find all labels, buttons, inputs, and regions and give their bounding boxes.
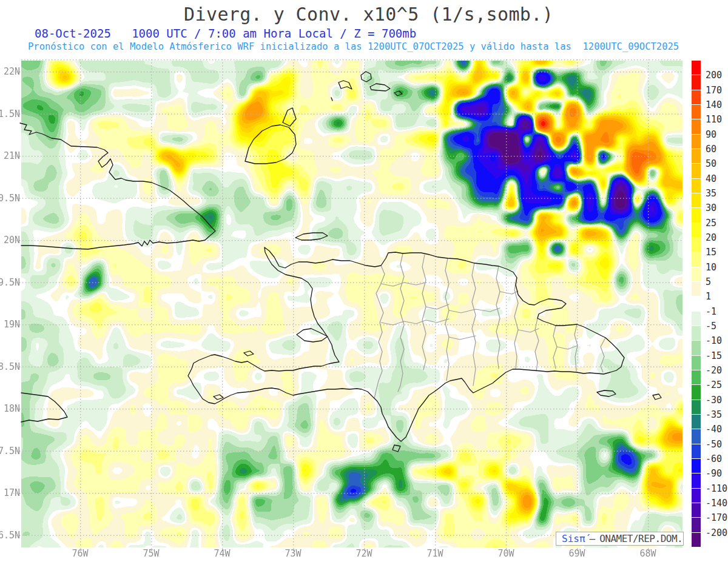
colorbar-cell	[692, 312, 701, 326]
colorbar-label: 140	[706, 99, 722, 110]
colorbar-cell	[692, 282, 701, 296]
colorbar-label: -200	[706, 527, 727, 538]
colorbar-label: 110	[706, 114, 722, 125]
sispi-logo: Sisπ́	[562, 533, 585, 544]
colorbar-label: 1	[706, 291, 711, 302]
colorbar-cell	[692, 119, 701, 133]
colorbar-label: -170	[706, 512, 727, 523]
colorbar-cell	[692, 252, 701, 266]
colorbar-cell	[692, 326, 701, 340]
y-axis-label: 6.5N	[0, 530, 20, 541]
colorbar-cell	[692, 400, 701, 414]
colorbar-cell	[692, 90, 701, 104]
colorbar-cell	[692, 193, 701, 207]
colorbar-cell	[692, 518, 701, 532]
colorbar-cell	[692, 179, 701, 193]
colorbar-label: -50	[706, 439, 722, 450]
colorbar-cell	[692, 208, 701, 222]
colorbar-cell	[692, 385, 701, 399]
colorbar-label: 20	[706, 232, 716, 243]
colorbar-label: 170	[706, 85, 722, 96]
colorbar-cell	[692, 415, 701, 429]
y-axis-label: 7.5N	[0, 446, 20, 457]
wrf-divergence-chart: Diverg. y Conv. x10^5 (1/s,somb.) 08-Oct…	[0, 0, 728, 562]
colorbar-label: -35	[706, 409, 722, 420]
attribution-separator: –	[590, 533, 596, 544]
y-axis-label: 1.5N	[0, 109, 20, 119]
colorbar-label: 30	[706, 202, 716, 213]
y-axis-label: 0.5N	[0, 193, 20, 204]
y-axis-label: 20N	[4, 235, 20, 246]
colorbar-cell	[692, 61, 701, 75]
colorbar-cell	[692, 135, 701, 149]
x-axis-label: 68W	[639, 548, 656, 559]
y-axis-label: 17N	[4, 487, 20, 498]
colorbar-label: -20	[706, 365, 722, 376]
colorbar-cell	[692, 296, 701, 310]
colorbar-cell	[692, 164, 701, 178]
x-axis-label: 74W	[214, 548, 230, 559]
y-axis-label: 22N	[4, 66, 20, 77]
colorbar-cell	[692, 444, 701, 458]
x-axis-label: 72W	[356, 548, 372, 559]
colorbar-label: 25	[706, 218, 716, 229]
colorbar-label: -5	[706, 321, 716, 332]
colorbar-cell	[692, 473, 701, 487]
colorbar-cell	[692, 503, 701, 517]
colorbar-label: 50	[706, 158, 716, 169]
colorbar-label: -25	[706, 380, 722, 390]
colorbar-label: 90	[706, 129, 716, 140]
page-title: Diverg. y Conv. x10^5 (1/s,somb.)	[184, 4, 553, 25]
colorbar-label: 200	[706, 70, 722, 81]
colorbar-label: -60	[706, 453, 722, 464]
colorbar-label: -40	[706, 424, 722, 435]
colorbar-label: -90	[706, 468, 722, 479]
attribution-source: ONAMET/REP.DOM.	[599, 533, 682, 544]
colorbar-label: -10	[706, 335, 722, 346]
model-info-subtitle: Pronóstico con el Modelo Atmósferico WRF…	[28, 41, 679, 52]
colorbar-label: -30	[706, 395, 722, 406]
colorbar-label: 10	[706, 262, 716, 273]
valid-datetime-subtitle: 08-Oct-2025 1000 UTC / 7:00 am Hora Loca…	[35, 27, 416, 40]
colorbar-label: -140	[706, 498, 727, 509]
colorbar-cell	[692, 267, 701, 281]
x-axis-label: 73W	[285, 548, 301, 559]
x-axis-label: 75W	[143, 548, 159, 559]
x-axis-label: 76W	[72, 548, 88, 559]
colorbar-cell	[692, 533, 701, 547]
colorbar-label: 15	[706, 247, 716, 258]
colorbar-label: -110	[706, 483, 727, 494]
x-axis-label: 70W	[497, 548, 514, 559]
y-axis-label: 8.5N	[0, 361, 20, 372]
colorbar-cell	[692, 370, 701, 384]
colorbar-cell	[692, 75, 701, 89]
colorbar-label: -1	[706, 306, 716, 317]
colorbar-label: 40	[706, 173, 716, 184]
y-axis-label: 9.5N	[0, 277, 20, 288]
y-axis-label: 21N	[4, 150, 20, 161]
colorbar-cell	[692, 429, 701, 443]
y-axis-label: 19N	[4, 319, 20, 330]
colorbar-cell	[692, 489, 701, 503]
colorbar-label: 5	[706, 276, 711, 287]
x-axis-label: 71W	[426, 548, 443, 559]
colorbar-label: -15	[706, 350, 722, 361]
x-axis-label: 69W	[568, 548, 585, 559]
divergence-field-map	[12, 58, 682, 552]
colorbar-cell	[692, 238, 701, 252]
attribution-box: Sisπ́ – ONAMET/REP.DOM.	[556, 532, 684, 546]
colorbar-label: 35	[706, 188, 716, 199]
colorbar-cell	[692, 223, 701, 237]
colorbar-label: 60	[706, 144, 716, 155]
colorbar-cell	[692, 105, 701, 119]
y-axis-label: 18N	[4, 403, 20, 414]
colorbar-cell	[692, 459, 701, 473]
colorbar-cell	[692, 341, 701, 355]
colorbar-cell	[692, 149, 701, 163]
colorbar-cell	[692, 356, 701, 370]
